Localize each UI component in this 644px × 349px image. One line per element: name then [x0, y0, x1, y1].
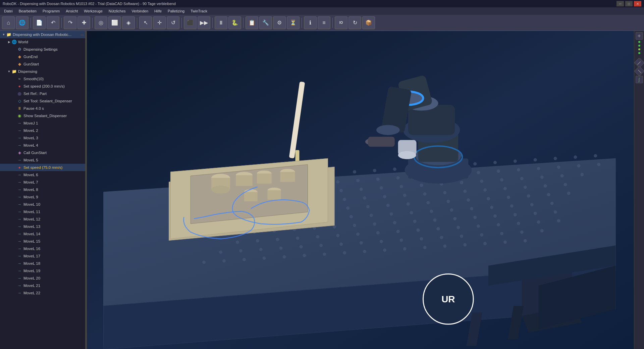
- tree-node-movel13[interactable]: →MoveL 13: [0, 223, 85, 230]
- home-button[interactable]: ⌂: [2, 16, 15, 29]
- add-button[interactable]: ✚: [77, 16, 90, 29]
- svg-text:UR: UR: [441, 294, 455, 304]
- cube-button[interactable]: ⬛: [184, 16, 197, 29]
- tree-node-movel5[interactable]: →MoveL 5: [0, 156, 85, 164]
- undo-button[interactable]: ↶: [47, 16, 59, 29]
- svg-point-94: [393, 221, 396, 225]
- cursor-button[interactable]: ↖: [139, 16, 152, 29]
- gear-icon: ⚙: [17, 47, 22, 52]
- list-button[interactable]: ≡: [318, 16, 330, 29]
- menu-item-palletizing[interactable]: Palletizing: [165, 8, 187, 14]
- tree-node-movel12[interactable]: →MoveL 12: [0, 215, 85, 223]
- python-button[interactable]: 🐍: [228, 16, 241, 29]
- left-panel[interactable]: ▼ 📁 Dispensing with Doosan Robotic... — …: [0, 31, 86, 349]
- tree-node-world[interactable]: ▶🌐World: [0, 38, 85, 46]
- tree-node-movel14[interactable]: →MoveL 14: [0, 230, 85, 238]
- timer-button[interactable]: ⏳: [287, 16, 300, 29]
- svg-rect-175: [368, 137, 395, 147]
- menu-item-werkzeuge[interactable]: Werkzeuge: [81, 8, 105, 14]
- move-button[interactable]: ✛: [153, 16, 166, 29]
- tree-node-movel3[interactable]: →MoveL 3: [0, 134, 85, 142]
- frame-button[interactable]: ⬜: [108, 16, 121, 29]
- tree-node-smooth10[interactable]: ≈Smooth(10): [0, 75, 85, 83]
- tree-node-movel8[interactable]: →MoveL 8: [0, 186, 85, 193]
- speed-icon: ●: [17, 84, 22, 89]
- tree-node-show-sealant[interactable]: ◉Show Sealant_Dispenser: [0, 112, 85, 119]
- green-curve[interactable]: ∫: [636, 76, 643, 83]
- tree-node-movel17[interactable]: →MoveL 17: [0, 252, 85, 260]
- tree-node-set-ref-part[interactable]: ◎Set Ref.: Part: [0, 90, 85, 97]
- expand-button[interactable]: ✛: [636, 32, 643, 40]
- tree-node-set-tool[interactable]: ◇Set Tool: Sealant_Dispenser: [0, 97, 85, 105]
- minimize-button[interactable]: ─: [616, 1, 624, 6]
- pen-tool-2[interactable]: |: [634, 66, 644, 76]
- tree-node-movel2[interactable]: →MoveL 2: [0, 127, 85, 134]
- close-button[interactable]: ✕: [634, 1, 641, 6]
- tree-node-call-gunstart[interactable]: ◈Call GunStart: [0, 149, 85, 156]
- maximize-button[interactable]: □: [625, 1, 633, 6]
- sync-button[interactable]: ↻: [348, 16, 361, 29]
- tree-root[interactable]: ▼ 📁 Dispensing with Doosan Robotic... —: [0, 31, 85, 38]
- tree-node-movel7[interactable]: →MoveL 7: [0, 179, 85, 186]
- tree-node-movel9[interactable]: →MoveL 9: [0, 193, 85, 201]
- tree-node-movel21[interactable]: →MoveL 21: [0, 282, 85, 289]
- tree-toggle-dispensing[interactable]: ▼: [7, 69, 11, 74]
- pause-button[interactable]: ⏸: [215, 16, 227, 29]
- clipboard-button[interactable]: 📋: [246, 16, 258, 29]
- tree-node-gun-end[interactable]: ◆GunEnd: [0, 53, 85, 60]
- svg-point-61: [366, 205, 370, 208]
- menu-item-programm[interactable]: Programm: [40, 8, 62, 14]
- svg-point-143: [323, 253, 326, 256]
- target-button[interactable]: ◎: [95, 16, 107, 29]
- tree-node-movel20[interactable]: →MoveL 20: [0, 275, 85, 282]
- svg-point-144: [343, 251, 346, 255]
- menu-item-bearbeiten[interactable]: Bearbeiten: [16, 8, 39, 14]
- tree-node-movel18[interactable]: →MoveL 18: [0, 260, 85, 267]
- menu-item-verbinden[interactable]: Verbinden: [129, 8, 151, 14]
- play-button[interactable]: ▶▶: [198, 16, 210, 29]
- tree-node-dispensing-settings[interactable]: ⚙Dispensing Settings: [0, 46, 85, 53]
- svg-point-34: [420, 184, 423, 187]
- rotate-button[interactable]: ↺: [167, 16, 179, 29]
- tree-node-movej1[interactable]: →MoveJ 1: [0, 119, 85, 127]
- tree-toggle-world[interactable]: ▶: [7, 40, 11, 44]
- world-button[interactable]: 🌐: [16, 16, 29, 29]
- menu-item-nützliches[interactable]: Nützliches: [106, 8, 128, 14]
- tool1-button[interactable]: 🔧: [259, 16, 272, 29]
- svg-point-113: [436, 227, 440, 231]
- tree-node-dispensing[interactable]: ▼📁Dispensing: [0, 68, 85, 75]
- svg-point-139: [243, 258, 246, 261]
- tree-node-set-speed-200[interactable]: ●Set speed (200.0 mm/s): [0, 83, 85, 90]
- tree-node-movel19[interactable]: →MoveL 19: [0, 267, 85, 275]
- tree-node-pause[interactable]: ⏸Pause 4.0 s: [0, 105, 85, 112]
- package-button[interactable]: 📦: [362, 16, 375, 29]
- main-layout: ▼ 📁 Dispensing with Doosan Robotic... — …: [0, 31, 644, 349]
- file-button[interactable]: 📄: [33, 16, 46, 29]
- box-button[interactable]: ◈: [122, 16, 135, 29]
- tree-node-movel6[interactable]: →MoveL 6: [0, 171, 85, 179]
- tree-node-movel16[interactable]: →MoveL 16: [0, 245, 85, 252]
- tool2-button[interactable]: ⚙: [273, 16, 286, 29]
- tree-node-movel15[interactable]: →MoveL 15: [0, 238, 85, 245]
- menu-item-ansicht[interactable]: Ansicht: [63, 8, 80, 14]
- tree-node-movel22[interactable]: →MoveL 22: [0, 289, 85, 297]
- toolbar-separator: [137, 18, 137, 28]
- menu-item-twintrack[interactable]: TwinTrack: [188, 8, 210, 14]
- tree-node-movel11[interactable]: →MoveL 11: [0, 208, 85, 215]
- info-button[interactable]: ℹ: [304, 16, 317, 29]
- svg-point-100: [514, 213, 517, 216]
- tree-toggle-root[interactable]: ▼: [1, 32, 6, 37]
- svg-point-132: [460, 235, 463, 238]
- tree-node-gun-start[interactable]: ◆GunStart: [0, 60, 85, 68]
- svg-point-101: [534, 212, 537, 215]
- 3d-viewport[interactable]: UR: [87, 31, 634, 349]
- redo-button[interactable]: ↷: [64, 16, 76, 29]
- toolbar-separator: [302, 18, 302, 28]
- tree-node-movel10[interactable]: →MoveL 10: [0, 201, 85, 208]
- tree-node-movel4[interactable]: →MoveL 4: [0, 142, 85, 149]
- io-button[interactable]: IO: [335, 16, 347, 29]
- menu-item-hilfe[interactable]: Hilfe: [152, 8, 164, 14]
- tree-node-set-speed-75[interactable]: ●Set speed (75.0 mm/s): [0, 164, 85, 171]
- menu-item-datei[interactable]: Datei: [1, 8, 15, 14]
- svg-point-109: [356, 233, 360, 236]
